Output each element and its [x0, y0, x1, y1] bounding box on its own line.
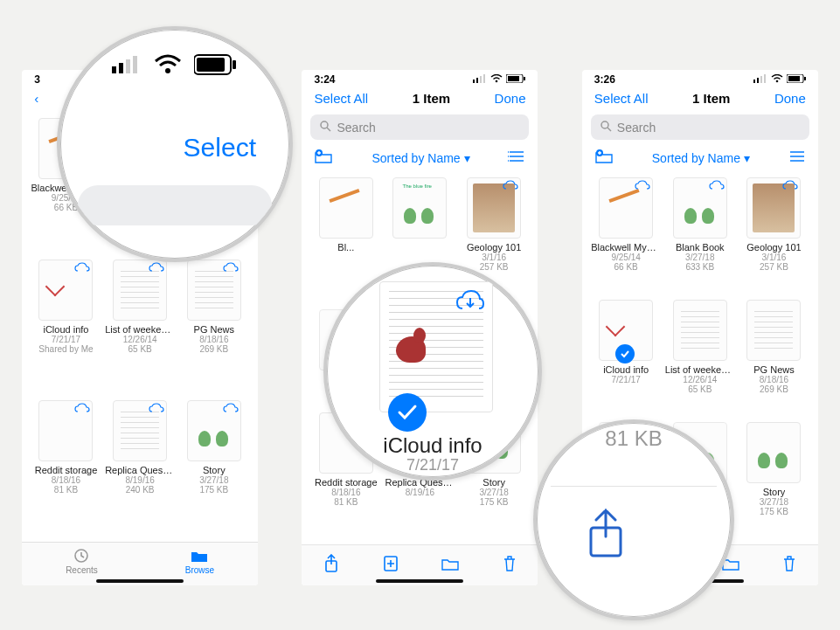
move-folder-icon[interactable]: [441, 556, 460, 571]
svg-point-25: [508, 160, 509, 162]
file-name: iCloud info: [603, 364, 649, 375]
nav-bar: Select All 1 Item Done: [582, 87, 818, 111]
tab-bar: Recents Browse: [22, 542, 258, 585]
wifi-icon: [490, 73, 503, 86]
file-tile[interactable]: Blank Book 3/27/18 633 KB: [664, 177, 735, 293]
home-indicator[interactable]: [376, 579, 463, 583]
svg-rect-47: [133, 56, 137, 73]
cloud-download-icon: [455, 289, 485, 314]
file-tile[interactable]: Story 3/27/18 175 KB: [178, 400, 249, 535]
svg-point-13: [496, 80, 498, 83]
file-size: 240 KB: [126, 485, 155, 495]
selection-count: 1 Item: [692, 91, 730, 106]
trash-icon[interactable]: [502, 555, 517, 572]
file-tile[interactable]: PG News 8/18/16 269 KB: [178, 260, 249, 394]
search-placeholder: Search: [337, 121, 375, 135]
svg-point-24: [508, 156, 509, 157]
new-file-icon[interactable]: [382, 554, 399, 573]
status-time: 3:26: [594, 73, 615, 86]
file-name: List of weeke…ojects: [105, 324, 175, 335]
file-date: 3/27/18: [760, 497, 788, 507]
search-input[interactable]: Search: [591, 114, 809, 140]
cloud-download-icon: [149, 403, 164, 415]
wifi-icon: [154, 54, 182, 79]
file-thumbnail-zoom[interactable]: [379, 281, 493, 412]
search-input[interactable]: Search: [310, 114, 529, 140]
file-tile[interactable]: Story 3/27/18 175 KB: [739, 422, 809, 537]
callout-selected-file: iCloud info 7/21/17: [323, 262, 542, 481]
list-view-icon[interactable]: [508, 150, 525, 165]
cloud-download-icon: [223, 403, 239, 415]
file-date: 3/27/18: [199, 475, 228, 485]
file-tile[interactable]: List of weeke…ojects 12/26/14 65 KB: [664, 300, 735, 415]
file-tile[interactable]: iCloud info 7/21/17 Shared by Me: [31, 260, 101, 394]
share-icon[interactable]: [323, 554, 340, 573]
new-folder-icon[interactable]: [594, 149, 614, 167]
file-date: 8/19/16: [125, 475, 154, 485]
sort-row: Sorted by Name ▾: [302, 143, 538, 170]
tab-browse[interactable]: Browse: [185, 548, 214, 575]
file-tile[interactable]: Replica Questions 8/19/16 240 KB: [105, 400, 176, 535]
file-name: Story: [482, 477, 505, 488]
status-time: 3:24: [314, 73, 335, 86]
file-name: Reddit storage: [315, 477, 378, 488]
file-size: 81 KB: [334, 497, 358, 507]
cell-signal-icon: [753, 73, 767, 86]
svg-rect-28: [753, 80, 755, 83]
search-icon: [600, 120, 612, 135]
file-tile[interactable]: Geology 101 3/1/16 257 KB: [739, 177, 809, 293]
tab-recents[interactable]: Recents: [66, 548, 98, 575]
svg-rect-15: [508, 76, 519, 81]
select-all-button[interactable]: Select All: [314, 91, 368, 106]
file-date: 3/1/16: [482, 253, 506, 262]
search-icon: [319, 120, 331, 135]
file-size: 175 KB: [480, 497, 509, 507]
svg-rect-44: [112, 66, 116, 73]
share-icon-zoom[interactable]: [584, 509, 628, 559]
sort-row: Sorted by Name ▾: [582, 143, 818, 170]
file-date: 12/26/14: [683, 375, 717, 384]
file-date: 8/18/16: [52, 475, 80, 485]
file-name: Blank Book: [676, 242, 725, 253]
svg-rect-9: [473, 80, 475, 83]
file-tile[interactable]: Reddit storage 8/18/16 81 KB: [31, 400, 101, 535]
file-name: PG News: [753, 364, 794, 375]
file-date: 8/18/16: [199, 335, 228, 344]
new-folder-icon[interactable]: [314, 149, 333, 167]
file-date: 3/27/18: [685, 253, 714, 262]
file-date: 8/18/16: [760, 375, 788, 384]
select-all-button[interactable]: Select All: [594, 91, 649, 106]
file-name: Story: [763, 487, 786, 497]
file-tile[interactable]: iCloud info 7/21/17: [591, 300, 662, 415]
select-button-zoom[interactable]: Select: [184, 133, 256, 163]
trash-icon[interactable]: [781, 555, 797, 572]
sort-button[interactable]: Sorted by Name ▾: [371, 151, 469, 165]
file-size: 65 KB: [688, 384, 712, 394]
file-name: List of weeke…ojects: [665, 364, 735, 375]
battery-icon: [194, 54, 238, 79]
svg-rect-16: [524, 77, 525, 80]
file-date: 8/19/16: [406, 488, 434, 497]
back-button[interactable]: ‹: [34, 91, 38, 106]
file-name: Story: [203, 465, 226, 475]
done-button[interactable]: Done: [774, 91, 806, 106]
file-name: Bl...: [337, 242, 354, 253]
file-tile[interactable]: List of weeke…ojects 12/26/14 65 KB: [105, 260, 176, 394]
file-size: Shared by Me: [38, 344, 93, 354]
file-tile[interactable]: Blackwell Mysteries 9/25/14 66 KB: [591, 177, 662, 293]
file-name: Blackwell Mysteries: [591, 242, 661, 253]
file-tile[interactable]: PG News 8/18/16 269 KB: [739, 300, 809, 415]
sort-button[interactable]: Sorted by Name ▾: [652, 151, 750, 165]
done-button[interactable]: Done: [495, 91, 526, 106]
file-date: 9/25/14: [611, 253, 640, 262]
list-view-icon[interactable]: [788, 150, 806, 165]
search-input-zoom[interactable]: [78, 185, 272, 225]
file-name: iCloud info: [43, 324, 88, 335]
cloud-download-icon: [635, 180, 650, 192]
file-size: 175 KB: [199, 485, 228, 495]
file-size: 269 KB: [199, 344, 228, 354]
tab-label: Recents: [66, 565, 98, 575]
file-date: 7/21/17: [52, 335, 80, 344]
home-indicator[interactable]: [96, 579, 184, 583]
svg-point-48: [165, 68, 170, 73]
